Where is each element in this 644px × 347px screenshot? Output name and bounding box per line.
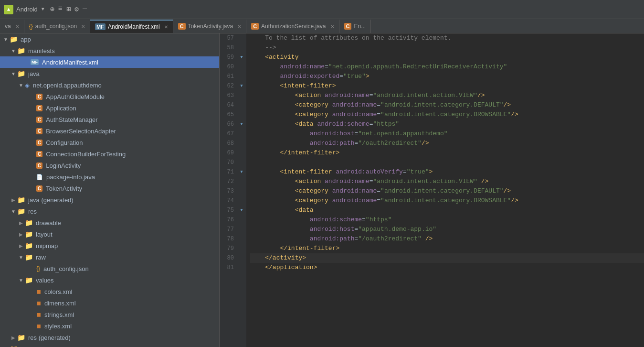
fold-arrow-62[interactable]: ▼ xyxy=(240,84,243,88)
fold-arrow-66[interactable]: ▼ xyxy=(240,122,243,127)
minimize-icon[interactable]: — xyxy=(83,5,87,14)
code-line-65: <category android:name="android.intent.c… xyxy=(250,110,644,119)
gutter-cell-76 xyxy=(237,215,246,225)
code-line-81: </application> xyxy=(250,263,644,272)
tab-authorizationservice[interactable]: C AuthorizationService.java ✕ xyxy=(246,20,339,33)
gutter-cell-73 xyxy=(237,186,246,196)
code-editor[interactable]: To the list of attributes on the activit… xyxy=(246,33,644,347)
tree-item-auth-config-json[interactable]: {} auth_config.json xyxy=(0,263,219,274)
tab-json-icon: {} xyxy=(29,23,33,30)
code-gutter: ▼▼▼▼▼ xyxy=(237,33,246,347)
tree-item-manifests[interactable]: ▼ 📁 manifests xyxy=(0,45,219,56)
folder-icon-java: 📁 xyxy=(17,70,25,77)
code-line-64: <category android:name="android.intent.c… xyxy=(250,100,644,110)
tree-item-library[interactable]: ▶ 📁 library xyxy=(0,343,219,347)
fold-arrow-59[interactable]: ▼ xyxy=(240,55,243,60)
fold-arrow-75[interactable]: ▼ xyxy=(240,208,243,213)
tree-item-dimens[interactable]: ◼ dimens.xml xyxy=(0,297,219,309)
file-tree[interactable]: ▼ 📁 app ▼ 📁 manifests MF AndroidManifest… xyxy=(0,33,220,347)
res-icon-strings: ◼ xyxy=(36,311,41,318)
gutter-cell-58 xyxy=(237,43,246,53)
tree-item-androidmanifest[interactable]: MF AndroidManifest.xml xyxy=(0,56,219,68)
tab-va-close[interactable]: ✕ xyxy=(15,24,19,29)
tree-label-styles: styles.xml xyxy=(44,323,72,330)
folder-icon-mipmap: 📁 xyxy=(25,242,33,249)
tree-item-tokenactivity-tree[interactable]: C TokenActivity xyxy=(0,183,219,194)
tree-label-res-generated: res (generated) xyxy=(28,334,71,341)
tree-label-res: res xyxy=(28,208,37,215)
tree-label-app: app xyxy=(21,36,31,43)
tree-item-colors[interactable]: ◼ colors.xml xyxy=(0,286,219,297)
tree-item-styles[interactable]: ◼ styles.xml xyxy=(0,320,219,332)
fold-arrow-71[interactable]: ▼ xyxy=(240,170,243,174)
folder-icon-java-generated: 📁 xyxy=(17,196,25,204)
tree-arrow-manifests: ▼ xyxy=(10,48,17,54)
tree-item-java-generated[interactable]: ▶ 📁 java (generated) xyxy=(0,194,219,206)
gutter-cell-61 xyxy=(237,72,246,81)
tree-label-browserselection: BrowserSelectionAdapter xyxy=(46,128,116,135)
android-logo: ▲ xyxy=(4,5,13,14)
tree-label-loginactivity: LoginActivity xyxy=(46,162,81,169)
tree-arrow-values: ▼ xyxy=(17,278,25,283)
structure-icon[interactable]: ⊞ xyxy=(66,5,71,14)
code-line-63: <action android:name="android.intent.act… xyxy=(250,91,644,100)
code-line-67: android:host="net.openid.appauthdemо" xyxy=(250,129,644,139)
tree-item-authstatemanager[interactable]: C AuthStateManager xyxy=(0,114,219,125)
xml-icon-androidmanifest: MF xyxy=(31,59,39,65)
sync-icon[interactable]: ≡ xyxy=(58,5,63,14)
gutter-cell-79 xyxy=(237,244,246,253)
res-icon-dimens: ◼ xyxy=(36,300,41,306)
code-line-69: </intent-filter> xyxy=(250,148,644,158)
gutter-cell-69 xyxy=(237,148,246,158)
tab-tokenactivity-close[interactable]: ✕ xyxy=(237,24,241,29)
tab-tokenactivity[interactable]: C TokenActivity.java ✕ xyxy=(173,20,246,33)
tree-item-loginactivity[interactable]: C LoginActivity xyxy=(0,160,219,171)
tree-label-packageinfo: package-info.java xyxy=(46,174,95,181)
tree-label-application: Application xyxy=(46,105,76,112)
tree-item-app[interactable]: ▼ 📁 app xyxy=(0,33,219,45)
java-c-icon-application: C xyxy=(36,105,42,111)
folder-icon-drawable: 📁 xyxy=(25,219,33,227)
gutter-cell-81 xyxy=(237,263,246,272)
add-files-icon[interactable]: ⊕ xyxy=(50,5,54,14)
gutter-cell-67 xyxy=(237,129,246,139)
code-line-57: To the list of attributes on the activit… xyxy=(250,33,644,43)
tree-item-configuration[interactable]: C Configuration xyxy=(0,137,219,148)
project-dropdown-arrow[interactable]: ▼ xyxy=(42,7,44,12)
tab-en[interactable]: C En... xyxy=(339,20,371,33)
folder-icon-values: 📁 xyxy=(25,276,33,284)
tree-item-values[interactable]: ▼ 📁 values xyxy=(0,274,219,286)
tree-item-application[interactable]: C Application xyxy=(0,102,219,114)
tab-auth-config[interactable]: {} auth_config.json ✕ xyxy=(24,20,90,33)
tree-item-drawable[interactable]: ▶ 📁 drawable xyxy=(0,217,219,228)
code-line-62: <intent-filter> xyxy=(250,81,644,91)
tree-item-res[interactable]: ▼ 📁 res xyxy=(0,206,219,217)
tab-androidmanifest[interactable]: MF AndroidManifest.xml ✕ xyxy=(90,20,173,33)
tree-label-dimens: dimens.xml xyxy=(44,300,76,307)
tree-item-connectionbuilder[interactable]: C ConnectionBuilderForTesting xyxy=(0,148,219,160)
code-line-72: <action android:name="android.intent.act… xyxy=(250,177,644,186)
tree-item-raw[interactable]: ▼ 📁 raw xyxy=(0,251,219,263)
tree-item-packageinfo[interactable]: 📄 package-info.java xyxy=(0,171,219,183)
tab-auth-config-close[interactable]: ✕ xyxy=(81,24,85,29)
tab-mf-icon: MF xyxy=(95,23,106,30)
tree-item-layout[interactable]: ▶ 📁 layout xyxy=(0,228,219,240)
gutter-cell-64 xyxy=(237,100,246,110)
code-line-68: android:path="/oauth2redirect"/> xyxy=(250,139,644,148)
tree-item-appauth-glide[interactable]: C AppAuthGlideModule xyxy=(0,91,219,102)
tab-va[interactable]: va ✕ xyxy=(0,20,24,33)
tree-arrow-raw: ▼ xyxy=(17,255,25,260)
settings-icon[interactable]: ⚙ xyxy=(74,5,79,14)
tree-item-java[interactable]: ▼ 📁 java xyxy=(0,68,219,79)
tab-authorizationservice-close[interactable]: ✕ xyxy=(330,24,334,29)
tab-androidmanifest-close[interactable]: ✕ xyxy=(164,24,168,30)
tree-item-mipmap[interactable]: ▶ 📁 mipmap xyxy=(0,240,219,251)
tree-item-res-generated[interactable]: ▶ 📁 res (generated) xyxy=(0,332,219,343)
res-icon-colors: ◼ xyxy=(36,288,41,295)
gutter-cell-63 xyxy=(237,91,246,100)
gutter-cell-66: ▼ xyxy=(237,119,246,129)
code-line-61: android:exported="true"> xyxy=(250,72,644,81)
tree-item-package[interactable]: ▼ ◈ net.openid.appauthdemо xyxy=(0,79,219,91)
tree-item-strings[interactable]: ◼ strings.xml xyxy=(0,309,219,320)
tree-item-browserselection[interactable]: C BrowserSelectionAdapter xyxy=(0,125,219,137)
